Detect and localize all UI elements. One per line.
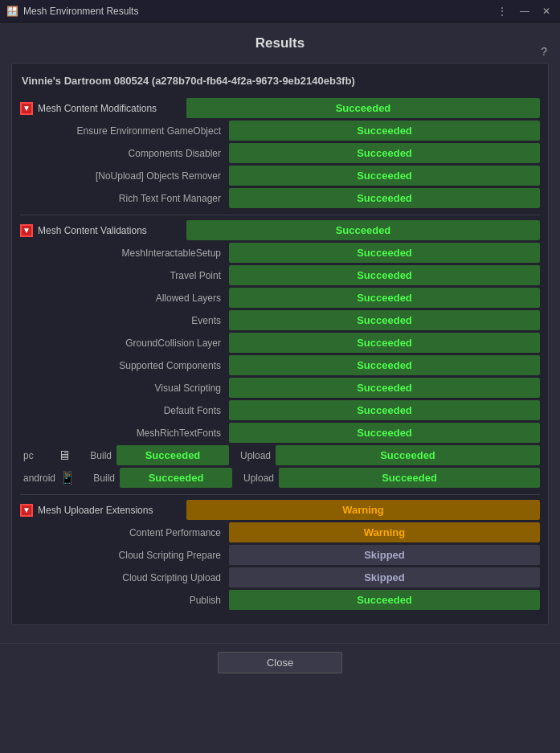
row-label: Rich Text Font Manager [20, 193, 229, 204]
build-label-android: Build [80, 473, 120, 484]
section-toggle-extensions[interactable]: ▼ [20, 504, 33, 517]
row-status: Succeeded [229, 378, 540, 398]
platform-label-android: android [20, 473, 55, 484]
title-bar: 🪟 Mesh Environment Results ⋮ — ✕ [0, 0, 560, 23]
section-status-modifications: Succeeded [186, 98, 540, 118]
section-label-validations: Mesh Content Validations [38, 225, 186, 236]
row-label: Travel Point [20, 270, 229, 281]
table-row: Rich Text Font Manager Succeeded [20, 188, 540, 208]
row-status: Succeeded [229, 243, 540, 263]
row-label: Cloud Scripting Upload [20, 572, 229, 583]
row-status: Succeeded [229, 423, 540, 443]
row-status: Warning [229, 522, 540, 542]
table-row: Supported Components Succeeded [20, 355, 540, 375]
rows-modifications: Ensure Environment GameObject Succeeded … [20, 121, 540, 208]
build-upload-row-android: android 📱 Build Succeeded Upload Succeed… [20, 468, 540, 488]
row-status: Skipped [229, 567, 540, 587]
row-label: GroundCollision Layer [20, 338, 229, 349]
platform-label-pc: pc [20, 450, 52, 461]
row-label: Ensure Environment GameObject [20, 125, 229, 137]
row-label: [NoUpload] Objects Remover [20, 170, 229, 182]
section-status-validations: Succeeded [186, 220, 540, 240]
window-icon: 🪟 [6, 6, 18, 17]
section-mesh-content-modifications: ▼ Mesh Content Modifications Succeeded E… [20, 98, 540, 208]
close-bar: Close [0, 643, 560, 681]
minimize-button[interactable]: — [517, 4, 533, 18]
upload-status-pc: Succeeded [276, 445, 540, 465]
row-status: Succeeded [229, 188, 540, 208]
table-row: GroundCollision Layer Succeeded [20, 333, 540, 353]
row-label: Components Disabler [20, 148, 229, 159]
row-status: Succeeded [229, 265, 540, 285]
row-status: Succeeded [229, 333, 540, 353]
section-label-modifications: Mesh Content Modifications [38, 103, 186, 114]
table-row: Visual Scripting Succeeded [20, 378, 540, 398]
table-row: MeshInteractableSetup Succeeded [20, 243, 540, 263]
row-status: Succeeded [229, 166, 540, 186]
menu-icon[interactable]: ⋮ [494, 4, 510, 18]
row-label: Events [20, 315, 229, 326]
row-status: Succeeded [229, 400, 540, 420]
row-label: Content Performance [20, 527, 229, 538]
build-upload-row-pc: pc 🖥 Build Succeeded Upload Succeeded [20, 445, 540, 465]
main-panel: Vinnie's Dartroom 080524 (a278b70d-fb64-… [11, 63, 549, 625]
divider [20, 494, 540, 495]
divider [20, 215, 540, 215]
section-mesh-content-validations: ▼ Mesh Content Validations Succeeded Mes… [20, 220, 540, 488]
section-toggle-validations[interactable]: ▼ [20, 224, 33, 237]
help-icon[interactable]: ? [541, 45, 547, 58]
table-row: [NoUpload] Objects Remover Succeeded [20, 166, 540, 186]
row-status: Succeeded [229, 288, 540, 308]
section-mesh-uploader-extensions: ▼ Mesh Uploader Extensions Warning Conte… [20, 500, 540, 610]
table-row: MeshRichTextFonts Succeeded [20, 423, 540, 443]
upload-status-android: Succeeded [279, 468, 540, 488]
row-status: Succeeded [229, 355, 540, 375]
rows-extensions: Content Performance Warning Cloud Script… [20, 522, 540, 610]
row-label: Cloud Scripting Prepare [20, 550, 229, 561]
table-row: Components Disabler Succeeded [20, 143, 540, 163]
table-row: Allowed Layers Succeeded [20, 288, 540, 308]
upload-label-android: Upload [239, 473, 279, 484]
platform-icon-pc: 🖥 [52, 448, 76, 463]
row-label: Default Fonts [20, 405, 229, 416]
table-row: Content Performance Warning [20, 522, 540, 542]
build-status-pc: Succeeded [116, 445, 229, 465]
close-button-titlebar[interactable]: ✕ [539, 4, 554, 18]
build-status-android: Succeeded [120, 468, 232, 488]
row-status: Skipped [229, 545, 540, 565]
table-row: Default Fonts Succeeded [20, 400, 540, 420]
results-title: Results [11, 31, 549, 56]
rows-validations: MeshInteractableSetup Succeeded Travel P… [20, 243, 540, 443]
section-toggle-modifications[interactable]: ▼ [20, 102, 33, 115]
build-label-pc: Build [76, 450, 116, 461]
row-status: Succeeded [229, 143, 540, 163]
table-row: Travel Point Succeeded [20, 265, 540, 285]
row-label: MeshInteractableSetup [20, 248, 229, 259]
row-label: Publish [20, 595, 229, 606]
row-label: Supported Components [20, 360, 229, 371]
upload-label-pc: Upload [235, 450, 276, 461]
room-title: Vinnie's Dartroom 080524 (a278b70d-fb64-… [20, 72, 540, 90]
row-status: Succeeded [229, 310, 540, 330]
section-label-extensions: Mesh Uploader Extensions [38, 505, 186, 516]
platform-icon-android: 📱 [55, 470, 80, 485]
table-row: Events Succeeded [20, 310, 540, 330]
window-title: Mesh Environment Results [23, 6, 138, 17]
table-row: Publish Succeeded [20, 590, 540, 610]
row-status: Succeeded [229, 121, 540, 141]
row-label: Allowed Layers [20, 293, 229, 304]
section-status-extensions: Warning [186, 500, 540, 520]
row-label: Visual Scripting [20, 383, 229, 394]
row-status: Succeeded [229, 590, 540, 610]
table-row: Cloud Scripting Upload Skipped [20, 567, 540, 587]
table-row: Ensure Environment GameObject Succeeded [20, 121, 540, 141]
row-label: MeshRichTextFonts [20, 428, 229, 439]
table-row: Cloud Scripting Prepare Skipped [20, 545, 540, 565]
close-button[interactable]: Close [218, 652, 342, 673]
